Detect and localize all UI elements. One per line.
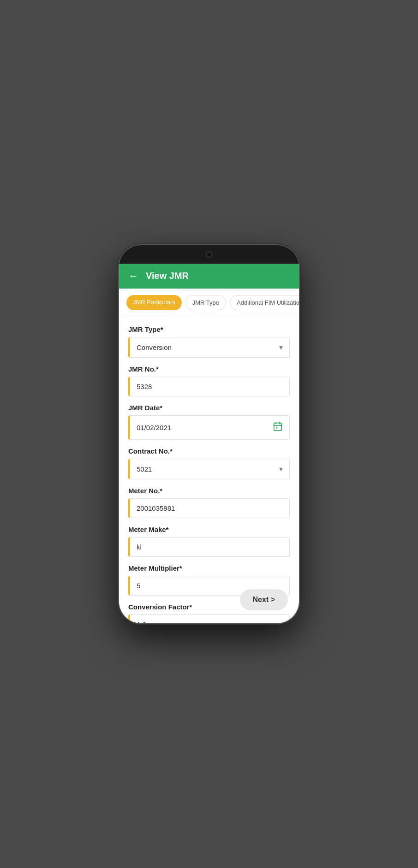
- calendar-icon[interactable]: [273, 421, 283, 434]
- field-group-jmr-date: JMR Date* 01/02/2021: [128, 404, 290, 440]
- footer: Next >: [240, 589, 288, 610]
- form-content: JMR Type* Conversion ▾ JMR No.* 5328 JMR…: [119, 317, 299, 623]
- jmr-no-input[interactable]: 5328: [128, 377, 290, 396]
- jmr-date-input[interactable]: 01/02/2021: [128, 415, 290, 440]
- svg-rect-4: [276, 427, 277, 428]
- field-group-meter-no: Meter No.* 2001035981: [128, 487, 290, 518]
- contract-no-input[interactable]: 5021 ▾: [128, 459, 290, 479]
- jmr-date-value: 01/02/2021: [137, 424, 171, 431]
- tab-jmr-type[interactable]: JMR Type: [185, 295, 226, 310]
- jmr-type-value: Conversion: [137, 343, 172, 351]
- conversion-factor-value: 1.0: [137, 620, 146, 623]
- meter-no-input[interactable]: 2001035981: [128, 498, 290, 518]
- jmr-date-label: JMR Date*: [128, 404, 290, 412]
- phone-shell: ← View JMR JMR Particulars JMR Type Addi…: [119, 245, 299, 623]
- meter-make-input[interactable]: kl: [128, 537, 290, 557]
- meter-multiplier-value: 5: [137, 582, 140, 590]
- meter-make-label: Meter Make*: [128, 526, 290, 533]
- jmr-no-label: JMR No.*: [128, 365, 290, 373]
- chevron-down-icon: ▾: [279, 343, 283, 352]
- camera: [206, 251, 212, 258]
- tab-bar: JMR Particulars JMR Type Additional FIM …: [119, 289, 299, 317]
- contract-no-value: 5021: [137, 465, 152, 473]
- tab-jmr-particulars[interactable]: JMR Particulars: [126, 295, 182, 310]
- field-group-contract-no: Contract No.* 5021 ▾: [128, 447, 290, 479]
- back-button[interactable]: ←: [128, 270, 138, 282]
- phone-notch: [119, 245, 299, 264]
- phone-screen: ← View JMR JMR Particulars JMR Type Addi…: [119, 264, 299, 623]
- jmr-type-input[interactable]: Conversion ▾: [128, 337, 290, 358]
- jmr-type-label: JMR Type*: [128, 325, 290, 333]
- field-group-meter-make: Meter Make* kl: [128, 526, 290, 557]
- contract-no-label: Contract No.*: [128, 447, 290, 455]
- field-group-jmr-type: JMR Type* Conversion ▾: [128, 325, 290, 358]
- conversion-factor-input[interactable]: 1.0: [128, 614, 290, 623]
- meter-multiplier-label: Meter Multiplier*: [128, 564, 290, 572]
- meter-no-value: 2001035981: [137, 504, 175, 512]
- next-button[interactable]: Next >: [240, 589, 288, 610]
- app-header: ← View JMR: [119, 264, 299, 289]
- chevron-down-icon-2: ▾: [279, 465, 283, 473]
- meter-no-label: Meter No.*: [128, 487, 290, 495]
- page-title: View JMR: [146, 271, 189, 281]
- jmr-no-value: 5328: [137, 383, 152, 390]
- field-group-jmr-no: JMR No.* 5328: [128, 365, 290, 396]
- tab-additional-fim[interactable]: Additional FIM Utilization: [230, 295, 299, 310]
- meter-make-value: kl: [137, 543, 142, 551]
- svg-rect-0: [274, 423, 282, 431]
